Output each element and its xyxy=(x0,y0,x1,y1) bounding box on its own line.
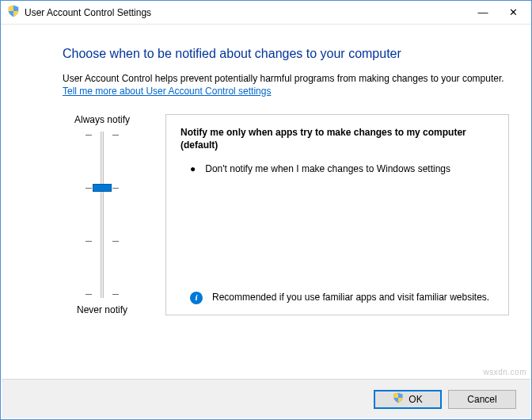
page-heading: Choose when to be notified about changes… xyxy=(63,47,509,61)
cancel-button[interactable]: Cancel xyxy=(448,390,516,409)
detail-title: Notify me only when apps try to make cha… xyxy=(180,126,494,151)
slider-track-line xyxy=(101,132,104,298)
titlebar: User Account Control Settings — ✕ xyxy=(1,1,531,25)
window-title: User Account Control Settings xyxy=(25,7,468,18)
close-button[interactable]: ✕ xyxy=(498,2,528,24)
cancel-button-label: Cancel xyxy=(467,394,496,405)
help-link[interactable]: Tell me more about User Account Control … xyxy=(63,86,271,97)
slider-tick xyxy=(86,135,92,136)
slider-bottom-label: Never notify xyxy=(77,304,127,315)
bullet-icon: ● xyxy=(190,162,196,176)
content-area: Choose when to be notified about changes… xyxy=(1,25,531,375)
detail-bullet: ● Don't notify me when I make changes to… xyxy=(180,162,494,176)
slider-top-label: Always notify xyxy=(74,114,130,125)
slider-tick xyxy=(86,241,92,242)
ok-button-label: OK xyxy=(408,394,422,405)
watermark: wsxdn.com xyxy=(483,368,526,376)
slider-tick xyxy=(112,294,119,295)
slider-tick xyxy=(86,294,92,295)
info-icon: i xyxy=(190,292,203,304)
recommendation-row: i Recommended if you use familiar apps a… xyxy=(180,291,494,304)
slider-tick xyxy=(112,241,119,242)
recommendation-text: Recommended if you use familiar apps and… xyxy=(212,291,489,304)
uac-slider[interactable] xyxy=(84,132,120,298)
slider-thumb[interactable] xyxy=(93,184,112,192)
shield-icon xyxy=(7,5,20,20)
minimize-button[interactable]: — xyxy=(468,2,498,24)
slider-tick xyxy=(112,135,119,136)
detail-panel: Notify me only when apps try to make cha… xyxy=(165,114,509,315)
slider-column: Always notify Never notify xyxy=(63,114,142,315)
shield-icon xyxy=(393,392,404,406)
description-text: User Account Control helps prevent poten… xyxy=(63,72,509,86)
slider-tick xyxy=(86,188,92,189)
ok-button[interactable]: OK xyxy=(374,390,442,409)
slider-tick xyxy=(112,188,119,189)
button-bar: OK Cancel xyxy=(2,379,530,418)
detail-bullet-text: Don't notify me when I make changes to W… xyxy=(205,162,450,176)
